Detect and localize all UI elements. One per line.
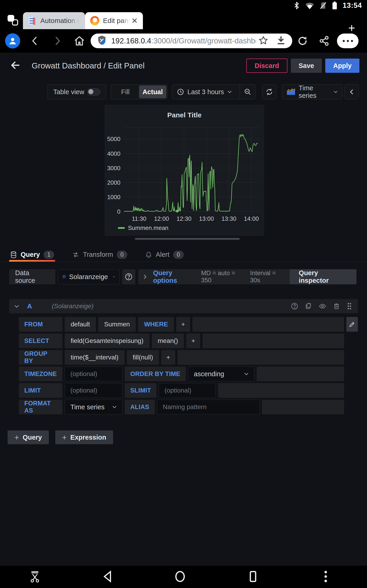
url-text[interactable]: 192.168.0.4:3000/d/Growatt/growatt-dashb… xyxy=(111,36,256,45)
toggle-switch[interactable] xyxy=(87,88,100,95)
browser-tab-edit-panel[interactable]: Edit panel ✕ xyxy=(85,12,143,29)
nav-home-icon[interactable] xyxy=(174,570,186,584)
add-condition-button[interactable]: + xyxy=(176,317,190,332)
screenshot-scissors-icon[interactable] xyxy=(28,570,42,584)
from-measurement[interactable]: Summen xyxy=(98,317,136,332)
legend-swatch xyxy=(118,227,125,229)
new-tab-button[interactable]: + xyxy=(348,22,355,34)
query-row-header[interactable]: A (Solaranzeige) xyxy=(9,299,358,313)
datasource-help-button[interactable] xyxy=(122,269,135,284)
bookmark-star-icon[interactable] xyxy=(258,35,268,46)
download-icon[interactable] xyxy=(276,36,286,46)
browser-tab-automation[interactable]: Automation Ei xyxy=(23,12,85,29)
refresh-dashboard-button[interactable] xyxy=(262,84,276,99)
android-status-bar: 13:54 xyxy=(0,0,367,11)
tab-title: Automation Ei xyxy=(40,17,80,25)
svg-text:5000: 5000 xyxy=(107,136,120,142)
eye-icon[interactable] xyxy=(318,303,327,310)
chart-legend[interactable]: Summen.mean xyxy=(118,225,168,232)
svg-text:12:00: 12:00 xyxy=(154,215,169,222)
zoom-out-button[interactable] xyxy=(240,85,255,99)
timezone-input[interactable] xyxy=(65,367,123,381)
time-range-picker[interactable]: Last 3 hours xyxy=(172,85,240,99)
collapse-options-button[interactable] xyxy=(344,84,359,99)
datasource-picker[interactable]: Solaranzeige xyxy=(58,269,119,284)
limit-label: LIMIT xyxy=(19,383,62,398)
drag-handle-icon[interactable] xyxy=(346,302,352,310)
nav-back-icon[interactable] xyxy=(102,570,114,584)
query-inspector-button[interactable]: Query inspector xyxy=(290,269,357,284)
battery-icon xyxy=(332,1,337,10)
url-bar[interactable]: 192.168.0.4:3000/d/Growatt/growatt-dashb… xyxy=(91,34,292,48)
panel-back-arrow-icon[interactable] xyxy=(10,60,21,71)
discard-button[interactable]: Discard xyxy=(246,59,287,73)
tab-query[interactable]: Query 1 xyxy=(9,248,55,262)
table-view-toggle[interactable]: Table view xyxy=(48,84,106,99)
add-select-button[interactable]: + xyxy=(186,334,200,348)
close-tab-icon[interactable]: ✕ xyxy=(131,16,138,25)
save-button[interactable]: Save xyxy=(291,59,322,73)
alert-count-badge: 0 xyxy=(173,251,184,259)
site-security-shield-icon[interactable] xyxy=(97,35,107,47)
tab-switcher-icon[interactable] xyxy=(8,15,18,26)
query-options-toggle[interactable]: Query options MD = auto = 350 Interval =… xyxy=(138,269,290,284)
browser-menu-button[interactable] xyxy=(337,34,359,48)
nav-menu-icon[interactable] xyxy=(323,570,328,584)
clock-text: 13:54 xyxy=(343,1,362,10)
reload-icon[interactable] xyxy=(297,36,308,47)
duplicate-icon[interactable] xyxy=(305,303,312,310)
trash-icon[interactable] xyxy=(333,303,340,310)
format-as-select[interactable]: Time series xyxy=(65,400,123,414)
share-icon[interactable] xyxy=(319,36,329,47)
limit-input[interactable] xyxy=(65,383,123,398)
fill-option[interactable]: Fill xyxy=(112,86,139,98)
panel-preview[interactable]: Panel Title 01000200030004000500011:3012… xyxy=(105,105,264,235)
browser-toolbar: 192.168.0.4:3000/d/Growatt/growatt-dashb… xyxy=(0,29,367,52)
browser-tab-bar: Automation Ei Edit panel ✕ xyxy=(0,11,367,29)
edit-raw-query-button[interactable] xyxy=(346,317,358,332)
home-icon[interactable] xyxy=(74,35,85,48)
query-actions: + Query + Expression xyxy=(8,431,367,444)
chevron-left-icon xyxy=(350,89,354,95)
apply-button[interactable]: Apply xyxy=(325,59,359,73)
profile-avatar[interactable] xyxy=(5,33,20,48)
bluetooth-icon xyxy=(294,2,300,9)
datasource-label: Data source xyxy=(9,269,55,284)
groupby-time[interactable]: time($__interval) xyxy=(65,350,125,365)
row-filler xyxy=(202,334,344,348)
add-expression-button[interactable]: + Expression xyxy=(55,431,113,444)
svg-text:14:00: 14:00 xyxy=(244,215,259,222)
groupby-fill[interactable]: fill(null) xyxy=(127,350,159,365)
chevron-down-icon xyxy=(14,304,19,308)
alias-label: ALIAS xyxy=(125,400,155,414)
legend-label: Summen.mean xyxy=(128,225,168,232)
svg-text:12:30: 12:30 xyxy=(177,215,192,222)
tab-alert[interactable]: Alert 0 xyxy=(144,248,185,262)
timezone-label: TIMEZONE xyxy=(19,367,62,381)
from-policy[interactable]: default xyxy=(65,317,96,332)
add-query-button[interactable]: + Query xyxy=(8,431,49,444)
back-icon[interactable] xyxy=(30,35,39,48)
query-datasource-hint: (Solaranzeige) xyxy=(52,303,94,310)
no-sim-icon xyxy=(320,2,327,9)
help-circle-icon[interactable] xyxy=(291,303,298,310)
row-filler xyxy=(257,367,344,381)
nav-recents-icon[interactable] xyxy=(247,570,259,584)
add-groupby-button[interactable]: + xyxy=(161,350,175,365)
select-aggregation[interactable]: mean() xyxy=(152,334,184,348)
forward-icon[interactable] xyxy=(53,35,62,48)
where-keyword[interactable]: WHERE xyxy=(138,317,174,332)
scroll-indicator[interactable] xyxy=(135,238,240,240)
screen: 13:54 Automation Ei Edit panel ✕ + xyxy=(0,0,367,588)
orderby-label: ORDER BY TIME xyxy=(125,367,186,381)
tab-transform-label: Transform xyxy=(83,251,113,258)
select-field[interactable]: field(Gesamteinspeisung) xyxy=(65,334,150,348)
svg-text:3000: 3000 xyxy=(107,165,120,172)
tab-transform[interactable]: Transform 0 xyxy=(71,248,128,262)
orderby-select[interactable]: ascending xyxy=(188,367,254,381)
visualization-picker[interactable]: Time series xyxy=(282,84,343,99)
actual-option[interactable]: Actual xyxy=(139,86,166,98)
table-view-label: Table view xyxy=(53,88,84,96)
alias-input[interactable] xyxy=(157,400,260,414)
slimit-input[interactable] xyxy=(159,383,216,398)
